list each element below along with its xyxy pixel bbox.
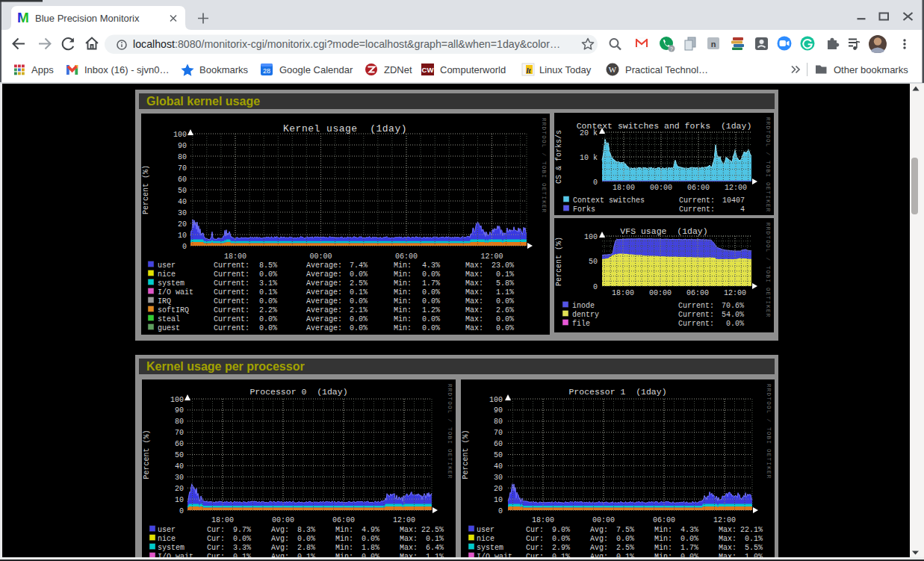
svg-text:0.0%: 0.0% — [422, 297, 440, 306]
svg-text:00:00: 00:00 — [592, 516, 615, 524]
svg-text:5.5%: 5.5% — [745, 544, 763, 552]
svg-text:23.0%: 23.0% — [492, 261, 514, 270]
svg-text:Avg:: Avg: — [590, 526, 608, 534]
svg-text:12:00: 12:00 — [725, 184, 747, 192]
svg-text:70: 70 — [175, 429, 184, 437]
svg-text:n: n — [711, 40, 716, 49]
svg-text:22.1%: 22.1% — [740, 526, 763, 534]
svg-text:system: system — [158, 544, 185, 552]
svg-text:Other bookmarks: Other bookmarks — [834, 64, 908, 75]
svg-text:Forks: Forks — [573, 205, 595, 214]
svg-text:0.0%: 0.0% — [362, 535, 379, 543]
svg-text:system: system — [158, 279, 185, 288]
svg-text:80: 80 — [178, 153, 187, 161]
svg-text:80: 80 — [175, 418, 184, 426]
svg-text:Apps: Apps — [31, 64, 54, 75]
svg-text:system: system — [477, 544, 503, 552]
svg-text:Min:: Min: — [654, 535, 672, 543]
svg-text:0.1%: 0.1% — [745, 535, 763, 543]
svg-text:2.5%: 2.5% — [616, 544, 634, 552]
svg-text:IRQ: IRQ — [158, 297, 171, 306]
svg-text:Max:: Max: — [719, 526, 737, 534]
svg-text:50: 50 — [178, 187, 187, 195]
svg-text:Min:: Min: — [394, 270, 412, 279]
svg-text:Max:: Max: — [400, 535, 418, 543]
svg-text:Current:: Current: — [679, 196, 715, 205]
svg-text:18:00: 18:00 — [613, 184, 635, 192]
svg-text:CS & forks/s: CS & forks/s — [555, 130, 563, 184]
svg-text:2.9%: 2.9% — [552, 544, 570, 552]
svg-text:0.0%: 0.0% — [233, 535, 251, 543]
svg-text:Current:: Current: — [679, 205, 715, 214]
svg-text:70: 70 — [178, 164, 187, 173]
svg-text:0.1%: 0.1% — [496, 270, 514, 279]
svg-text:Blue Precision Monitorix: Blue Precision Monitorix — [35, 13, 140, 24]
svg-text:nice: nice — [477, 535, 494, 543]
svg-text:4.9%: 4.9% — [362, 526, 379, 534]
svg-text:Max:: Max: — [465, 288, 483, 297]
svg-text:0.0%: 0.0% — [552, 535, 570, 543]
svg-text:00:00: 00:00 — [650, 184, 672, 192]
svg-text:Computerworld: Computerworld — [440, 64, 506, 75]
svg-text:Bookmarks: Bookmarks — [199, 64, 249, 75]
svg-text:Current:: Current: — [214, 324, 249, 332]
svg-text:0.0%: 0.0% — [422, 270, 440, 279]
svg-text:50: 50 — [494, 451, 503, 459]
svg-text:Max:: Max: — [465, 261, 483, 270]
svg-text:30: 30 — [178, 209, 187, 217]
svg-text:Max:: Max: — [400, 526, 418, 534]
svg-text:60: 60 — [175, 440, 184, 448]
svg-text:Average:: Average: — [306, 279, 342, 288]
svg-text:0.0%: 0.0% — [259, 324, 277, 332]
svg-text:Google Calendar: Google Calendar — [279, 64, 353, 75]
svg-text:Min:: Min: — [394, 315, 412, 323]
svg-text:9.0%: 9.0% — [552, 526, 570, 534]
svg-text:0.0%: 0.0% — [259, 270, 277, 279]
svg-text:0: 0 — [593, 283, 598, 291]
svg-text:Current:: Current: — [214, 288, 249, 297]
svg-text:W: W — [609, 65, 617, 74]
svg-text:Linux Today: Linux Today — [539, 64, 592, 75]
svg-text:30: 30 — [175, 474, 184, 482]
svg-text:Kernel usage (1day): Kernel usage (1day) — [283, 123, 407, 134]
svg-text:guest: guest — [158, 324, 180, 332]
svg-text:Max:: Max: — [400, 544, 418, 552]
svg-text:00:00: 00:00 — [272, 516, 294, 524]
svg-text:user: user — [158, 526, 176, 534]
svg-text:Min:: Min: — [654, 544, 672, 552]
svg-text:00:00: 00:00 — [309, 252, 332, 261]
svg-text:Current:: Current: — [214, 270, 249, 279]
svg-text:0.0%: 0.0% — [297, 535, 315, 543]
svg-text:Avg:: Avg: — [271, 535, 289, 543]
svg-text:18:00: 18:00 — [211, 516, 234, 524]
svg-text:90: 90 — [175, 406, 184, 415]
svg-text:90: 90 — [494, 406, 503, 415]
svg-text:Inbox (16) - sjvn0…: Inbox (16) - sjvn0… — [84, 64, 169, 75]
svg-text:100: 100 — [173, 131, 187, 139]
svg-text:Min:: Min: — [335, 526, 353, 534]
svg-text:0.1%: 0.1% — [426, 535, 444, 543]
svg-text:10: 10 — [494, 496, 503, 504]
svg-text:Average:: Average: — [306, 297, 342, 306]
svg-text:user: user — [477, 526, 494, 534]
svg-text:Current:: Current: — [214, 279, 249, 288]
svg-text:Min:: Min: — [394, 261, 412, 270]
svg-text:0: 0 — [182, 243, 187, 251]
svg-text:Percent (%): Percent (%) — [555, 237, 563, 286]
svg-text:Min:: Min: — [394, 288, 412, 297]
svg-text:Average:: Average: — [306, 288, 342, 297]
svg-text:ZDNet: ZDNet — [384, 64, 412, 75]
svg-text:VFS usage (1day): VFS usage (1day) — [620, 226, 707, 236]
svg-text:70: 70 — [494, 429, 503, 437]
svg-text:Avg:: Avg: — [590, 544, 608, 552]
svg-text:Cur:: Cur: — [207, 535, 225, 543]
svg-text:0.0%: 0.0% — [726, 320, 744, 328]
svg-text:0.1%: 0.1% — [350, 288, 368, 297]
svg-text:12:00: 12:00 — [713, 516, 736, 524]
svg-text:4: 4 — [740, 205, 745, 214]
svg-text:3.3%: 3.3% — [233, 544, 251, 552]
svg-text:RRDTOOL / TOBI OETIKER: RRDTOOL / TOBI OETIKER — [447, 384, 453, 480]
svg-text:10 k: 10 k — [580, 154, 598, 162]
svg-text:Min:: Min: — [335, 544, 353, 552]
svg-text:Cur:: Cur: — [526, 526, 544, 534]
